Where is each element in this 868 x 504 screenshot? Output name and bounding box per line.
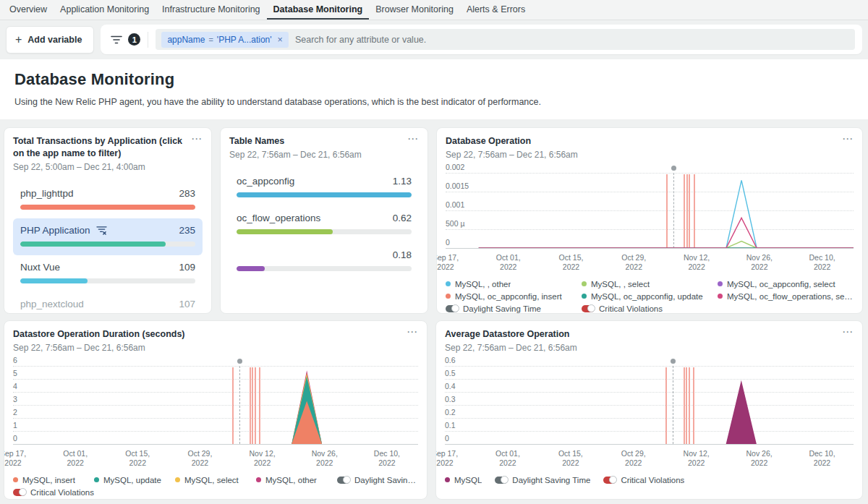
tab-application-monitoring[interactable]: Application Monitoring <box>54 0 156 20</box>
legend-label: MySQL, oc_flow_operations, select <box>727 292 854 301</box>
legend-item[interactable]: MySQL, oc_flow_operations, select <box>718 292 854 301</box>
x-axis-label: Oct 29, 2022 <box>621 449 646 468</box>
bar-track <box>20 205 195 210</box>
list-item[interactable]: php_lighttpd283 <box>13 181 203 218</box>
tab-database-monitoring[interactable]: Database Monitoring <box>267 0 370 20</box>
item-label: PHP Application <box>20 225 107 236</box>
list-item[interactable]: PHP Application235 <box>13 218 203 255</box>
panel-subtitle: Sep 22, 7:56am – Dec 21, 6:56am <box>446 150 578 160</box>
top-nav: OverviewApplication MonitoringInfrastruc… <box>0 0 868 20</box>
toggle-icon <box>13 489 26 496</box>
daylight-saving-toggle[interactable]: Daylight Saving Time <box>446 304 582 313</box>
line-series <box>479 218 854 248</box>
x-axis-label: Dec 10, 2022 <box>809 449 835 468</box>
item-label: oc_appconfig <box>237 176 294 187</box>
y-axis-label: 6 <box>13 356 17 366</box>
legend-item[interactable]: MySQL, oc_appconfig, select <box>718 280 854 289</box>
item-value: 107 <box>179 299 195 309</box>
item-value: 0.18 <box>393 249 412 260</box>
panel-title: Table Names <box>229 135 362 148</box>
item-value: 283 <box>179 188 195 199</box>
toggle-icon <box>582 305 595 312</box>
x-axis-label: Dec 10, 2022 <box>809 253 835 272</box>
list-item[interactable]: oc_appconfig1.13 <box>229 169 419 206</box>
legend-item[interactable]: MySQL, , select <box>582 280 718 289</box>
list-item[interactable]: oc_flow_operations0.62 <box>229 206 419 243</box>
panel-menu-icon[interactable]: ⋯ <box>191 135 203 142</box>
critical-violations-toggle[interactable]: Critical Violations <box>582 304 718 313</box>
bar-fill <box>237 229 333 234</box>
critical-violations-toggle[interactable]: Critical Violations <box>603 476 684 484</box>
filter-bar: + Add variable 1 appName = 'PHP A...atio… <box>0 20 868 59</box>
critical-violations-toggle[interactable]: Critical Violations <box>13 488 94 497</box>
tab-alerts-errors[interactable]: Alerts & Errors <box>460 0 532 20</box>
daylight-saving-toggle[interactable]: Daylight Saving Time <box>495 476 590 484</box>
legend-item[interactable]: MySQL, insert <box>13 476 94 484</box>
toggle-icon <box>446 305 459 312</box>
legend-item[interactable]: MySQL, , other <box>446 280 582 289</box>
plot-area: 0.60.50.40.30.20.10 <box>445 366 854 444</box>
daylight-saving-toggle[interactable]: Daylight Saving Ti… <box>337 476 418 484</box>
panel-menu-icon[interactable]: ⋯ <box>842 328 854 336</box>
bar-track <box>237 266 412 271</box>
tab-infrastructure-monitoring[interactable]: Infrastructure Monitoring <box>156 0 266 20</box>
panel-database-operation: Database Operation Sep 22, 7:56am – Dec … <box>436 127 863 314</box>
legend-item[interactable]: MySQL, other <box>256 476 337 484</box>
filter-count-badge: 1 <box>128 33 140 46</box>
bar-fill <box>237 192 412 197</box>
add-variable-label: Add variable <box>27 35 82 45</box>
legend-item[interactable]: MySQL <box>445 476 482 484</box>
x-axis-label: Dec 10, 2022 <box>374 449 400 468</box>
legend-item[interactable]: MySQL, select <box>175 476 256 484</box>
legend-item[interactable]: MySQL, update <box>94 476 175 484</box>
legend-label: MySQL, oc_appconfig, select <box>727 280 835 289</box>
legend-item[interactable]: MySQL, oc_appconfig, update <box>582 292 718 301</box>
x-axis-label: Nov 26, 2022 <box>746 449 773 468</box>
y-axis-label: 0.002 <box>446 163 464 173</box>
panel-menu-icon[interactable]: ⋯ <box>842 135 854 142</box>
legend-label: Daylight Saving Ti… <box>354 476 418 484</box>
panel-title: Average Datastore Operation <box>445 328 577 341</box>
list-item[interactable]: php_nextcloud107 <box>13 292 203 314</box>
legend-label: Daylight Saving Time <box>463 304 541 313</box>
gridline <box>446 248 854 249</box>
chart: 6543210Sep 17, 2022Oct 01, 2022Oct 15, 2… <box>13 366 418 497</box>
pill-attribute: appName <box>167 35 205 45</box>
x-axis-label: Oct 15, 2022 <box>558 449 583 468</box>
add-variable-button[interactable]: + Add variable <box>6 26 94 54</box>
x-axis-label: Oct 01, 2022 <box>63 449 88 468</box>
item-label: php_lighttpd <box>20 188 74 199</box>
remove-filter-icon[interactable]: × <box>278 35 283 45</box>
bar-track <box>237 229 412 234</box>
legend-item[interactable]: MySQL, oc_appconfig, insert <box>446 292 582 301</box>
legend-label: MySQL, , other <box>455 280 511 289</box>
x-axis-label: Oct 15, 2022 <box>125 449 150 468</box>
area-series <box>46 373 418 444</box>
item-label: php_nextcloud <box>20 299 84 309</box>
panel-table-names: Table Names Sep 22, 7:56am – Dec 21, 6:5… <box>220 127 428 314</box>
tab-browser-monitoring[interactable]: Browser Monitoring <box>369 0 460 20</box>
legend-dot-icon <box>582 281 587 286</box>
legend-label: MySQL, update <box>103 476 161 484</box>
time-marker-dot <box>671 166 676 171</box>
time-marker-dot <box>671 359 676 364</box>
panel-menu-icon[interactable]: ⋯ <box>407 135 419 142</box>
list-item[interactable]: Nuxt Vue109 <box>13 255 203 292</box>
page-title: Database Monitoring <box>14 70 854 89</box>
search-input[interactable]: appName = 'PHP A...ation' × Search for a… <box>156 29 855 50</box>
list-item[interactable]: 0.18 <box>229 243 419 280</box>
bar-fill <box>20 205 195 210</box>
legend-label: MySQL <box>454 476 482 484</box>
panel-average-datastore: Average Datastore Operation Sep 22, 7:56… <box>435 320 863 500</box>
chart-legend: MySQLDaylight Saving TimeCritical Violat… <box>445 476 854 484</box>
panel-menu-icon[interactable]: ⋯ <box>407 328 418 336</box>
series-layer <box>446 173 854 248</box>
tab-overview[interactable]: Overview <box>3 0 54 20</box>
gridline <box>13 444 418 445</box>
filter-remove-icon[interactable] <box>96 226 107 235</box>
x-axis-label: Oct 29, 2022 <box>188 449 213 468</box>
bar-track <box>237 192 412 197</box>
legend-dot-icon <box>256 477 261 482</box>
divider <box>148 32 148 48</box>
filter-pill[interactable]: appName = 'PHP A...ation' × <box>161 32 289 48</box>
